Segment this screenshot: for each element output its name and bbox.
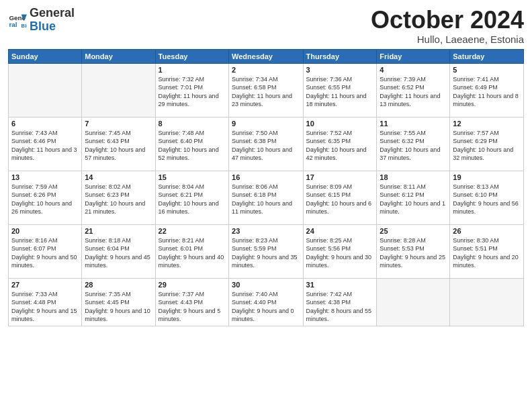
day-number: 24	[306, 227, 374, 235]
table-row: 30 Sunrise: 7:40 AMSunset: 4:40 PMDaylig…	[229, 278, 303, 326]
day-info: Sunrise: 8:11 AMSunset: 6:12 PMDaylight:…	[380, 183, 447, 216]
table-row: 20 Sunrise: 8:16 AMSunset: 6:07 PMDaylig…	[9, 224, 82, 278]
day-info: Sunrise: 7:39 AMSunset: 6:52 PMDaylight:…	[380, 75, 447, 109]
day-info: Sunrise: 7:37 AMSunset: 4:43 PMDaylight:…	[159, 290, 226, 324]
day-info: Sunrise: 8:04 AMSunset: 6:21 PMDaylight:…	[159, 183, 226, 216]
day-number: 28	[85, 281, 152, 289]
col-sunday: Sunday	[9, 49, 82, 63]
day-number: 11	[380, 120, 447, 128]
table-row: 29 Sunrise: 7:37 AMSunset: 4:43 PMDaylig…	[155, 278, 228, 326]
location: Hullo, Laeaene, Estonia	[371, 34, 524, 45]
day-number: 14	[85, 173, 152, 181]
title-block: October 2024 Hullo, Laeaene, Estonia	[371, 7, 524, 45]
day-number: 26	[453, 227, 521, 235]
col-monday: Monday	[82, 49, 155, 63]
table-row: 12 Sunrise: 7:57 AMSunset: 6:29 PMDaylig…	[450, 117, 524, 171]
day-number: 2	[232, 66, 300, 74]
day-info: Sunrise: 8:16 AMSunset: 6:07 PMDaylight:…	[11, 236, 79, 270]
table-row: 23 Sunrise: 8:23 AMSunset: 5:59 PMDaylig…	[229, 224, 303, 278]
table-row: 16 Sunrise: 8:06 AMSunset: 6:18 PMDaylig…	[229, 171, 303, 224]
logo-text: General Blue	[30, 7, 75, 34]
col-tuesday: Tuesday	[155, 49, 228, 63]
day-info: Sunrise: 7:57 AMSunset: 6:29 PMDaylight:…	[453, 129, 521, 163]
day-number: 25	[380, 227, 447, 235]
table-row	[377, 278, 450, 326]
day-info: Sunrise: 8:13 AMSunset: 6:10 PMDaylight:…	[453, 183, 521, 216]
day-number: 18	[380, 173, 447, 181]
day-info: Sunrise: 7:34 AMSunset: 6:58 PMDaylight:…	[232, 75, 300, 109]
day-info: Sunrise: 7:55 AMSunset: 6:32 PMDaylight:…	[380, 129, 447, 163]
table-row: 11 Sunrise: 7:55 AMSunset: 6:32 PMDaylig…	[377, 117, 450, 171]
table-row: 25 Sunrise: 8:28 AMSunset: 5:53 PMDaylig…	[377, 224, 450, 278]
table-row: 24 Sunrise: 8:25 AMSunset: 5:56 PMDaylig…	[303, 224, 377, 278]
day-number: 13	[11, 173, 79, 181]
logo-icon: Gene ral Blue	[8, 11, 27, 30]
day-info: Sunrise: 7:50 AMSunset: 6:38 PMDaylight:…	[232, 129, 300, 163]
day-number: 6	[11, 120, 79, 128]
col-friday: Friday	[377, 49, 450, 63]
col-saturday: Saturday	[450, 49, 524, 63]
table-row	[82, 63, 155, 117]
day-number: 12	[453, 120, 521, 128]
table-row: 22 Sunrise: 8:21 AMSunset: 6:01 PMDaylig…	[155, 224, 228, 278]
table-row: 17 Sunrise: 8:09 AMSunset: 6:15 PMDaylig…	[303, 171, 377, 224]
day-number: 5	[453, 66, 521, 74]
day-info: Sunrise: 7:36 AMSunset: 6:55 PMDaylight:…	[306, 75, 374, 109]
day-info: Sunrise: 8:30 AMSunset: 5:51 PMDaylight:…	[453, 236, 521, 270]
day-number: 16	[232, 173, 300, 181]
logo-blue: Blue	[30, 20, 75, 34]
day-info: Sunrise: 7:45 AMSunset: 6:43 PMDaylight:…	[85, 129, 152, 163]
calendar: Sunday Monday Tuesday Wednesday Thursday…	[8, 49, 524, 326]
day-info: Sunrise: 8:28 AMSunset: 5:53 PMDaylight:…	[380, 236, 447, 270]
table-row: 3 Sunrise: 7:36 AMSunset: 6:55 PMDayligh…	[303, 63, 377, 117]
col-thursday: Thursday	[303, 49, 377, 63]
day-number: 17	[306, 173, 374, 181]
day-info: Sunrise: 8:21 AMSunset: 6:01 PMDaylight:…	[159, 236, 226, 270]
table-row: 4 Sunrise: 7:39 AMSunset: 6:52 PMDayligh…	[377, 63, 450, 117]
table-row: 7 Sunrise: 7:45 AMSunset: 6:43 PMDayligh…	[82, 117, 155, 171]
day-number: 8	[159, 120, 226, 128]
day-info: Sunrise: 7:35 AMSunset: 4:45 PMDaylight:…	[85, 290, 152, 324]
day-number: 1	[159, 66, 226, 74]
table-row: 15 Sunrise: 8:04 AMSunset: 6:21 PMDaylig…	[155, 171, 228, 224]
day-info: Sunrise: 7:41 AMSunset: 6:49 PMDaylight:…	[453, 75, 521, 109]
day-number: 30	[232, 281, 300, 289]
table-row: 5 Sunrise: 7:41 AMSunset: 6:49 PMDayligh…	[450, 63, 524, 117]
table-row: 26 Sunrise: 8:30 AMSunset: 5:51 PMDaylig…	[450, 224, 524, 278]
day-number: 23	[232, 227, 300, 235]
day-number: 29	[159, 281, 226, 289]
table-row: 10 Sunrise: 7:52 AMSunset: 6:35 PMDaylig…	[303, 117, 377, 171]
table-row: 6 Sunrise: 7:43 AMSunset: 6:46 PMDayligh…	[9, 117, 82, 171]
table-row	[9, 63, 82, 117]
logo: Gene ral Blue General Blue	[8, 7, 75, 34]
day-number: 10	[306, 120, 374, 128]
day-info: Sunrise: 7:40 AMSunset: 4:40 PMDaylight:…	[232, 290, 300, 324]
day-number: 15	[159, 173, 226, 181]
day-info: Sunrise: 8:18 AMSunset: 6:04 PMDaylight:…	[85, 236, 152, 270]
day-number: 7	[85, 120, 152, 128]
table-row: 8 Sunrise: 7:48 AMSunset: 6:40 PMDayligh…	[155, 117, 228, 171]
day-info: Sunrise: 7:33 AMSunset: 4:48 PMDaylight:…	[11, 290, 79, 324]
day-info: Sunrise: 7:43 AMSunset: 6:46 PMDaylight:…	[11, 129, 79, 163]
month-title: October 2024	[371, 7, 524, 34]
header: Gene ral Blue General Blue October 2024 …	[8, 7, 524, 45]
day-number: 20	[11, 227, 79, 235]
table-row: 13 Sunrise: 7:59 AMSunset: 6:26 PMDaylig…	[9, 171, 82, 224]
day-number: 27	[11, 281, 79, 289]
col-wednesday: Wednesday	[229, 49, 303, 63]
svg-text:ral: ral	[9, 21, 17, 28]
day-info: Sunrise: 8:06 AMSunset: 6:18 PMDaylight:…	[232, 183, 300, 216]
day-number: 21	[85, 227, 152, 235]
day-info: Sunrise: 7:52 AMSunset: 6:35 PMDaylight:…	[306, 129, 374, 163]
table-row: 27 Sunrise: 7:33 AMSunset: 4:48 PMDaylig…	[9, 278, 82, 326]
table-row: 9 Sunrise: 7:50 AMSunset: 6:38 PMDayligh…	[229, 117, 303, 171]
table-row: 14 Sunrise: 8:02 AMSunset: 6:23 PMDaylig…	[82, 171, 155, 224]
day-number: 3	[306, 66, 374, 74]
table-row	[450, 278, 524, 326]
day-number: 19	[453, 173, 521, 181]
svg-text:Blue: Blue	[21, 23, 27, 29]
day-info: Sunrise: 7:42 AMSunset: 4:38 PMDaylight:…	[306, 290, 374, 324]
table-row: 31 Sunrise: 7:42 AMSunset: 4:38 PMDaylig…	[303, 278, 377, 326]
day-info: Sunrise: 8:02 AMSunset: 6:23 PMDaylight:…	[85, 183, 152, 216]
logo-general: General	[30, 7, 75, 20]
